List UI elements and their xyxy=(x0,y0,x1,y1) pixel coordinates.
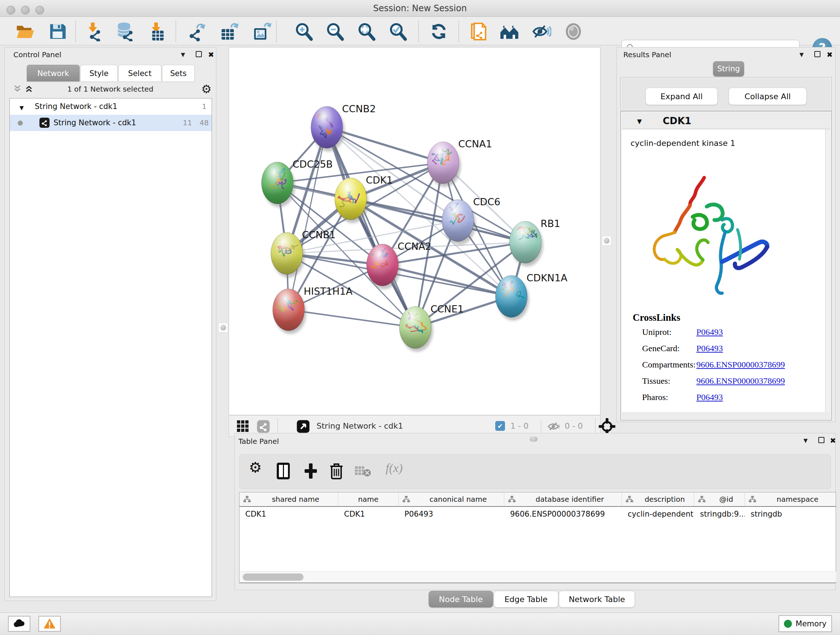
crosslink-uniprot-link[interactable]: P06493 xyxy=(696,327,723,337)
grid-view-icon[interactable] xyxy=(236,420,249,434)
node-label-hist1h1a: HIST1H1A xyxy=(304,286,353,297)
memory-button[interactable]: Memory xyxy=(778,615,832,632)
hide-glyphs-button[interactable] xyxy=(532,22,551,41)
crosslink-compartments-link[interactable]: 9606.ENSP00000378699 xyxy=(696,360,785,370)
network-node-ccnb2[interactable] xyxy=(311,106,345,152)
close-icon xyxy=(830,439,836,444)
tab-string[interactable]: String xyxy=(713,61,744,76)
network-collection-row[interactable]: String Network - cdk1 1 xyxy=(10,98,212,115)
import-network-file-button[interactable] xyxy=(84,22,103,41)
results-scrollbar[interactable] xyxy=(825,129,830,412)
bottom-splitter-handle[interactable] xyxy=(530,437,538,442)
eye-button[interactable] xyxy=(564,22,583,41)
crosslink-tissues-link[interactable]: 9606.ENSP00000378699 xyxy=(696,376,785,386)
gene-section-header[interactable]: CDK1 xyxy=(622,112,830,129)
column-header[interactable]: canonical name xyxy=(399,492,504,506)
import-table-button[interactable] xyxy=(147,22,166,41)
network-node-hist1h1a[interactable] xyxy=(273,289,306,334)
network-node-rb1[interactable] xyxy=(509,221,543,266)
results-panel-menu-button[interactable] xyxy=(799,50,804,59)
save-session-button[interactable] xyxy=(48,22,67,41)
network-selection-bar: 1 of 1 Network selected xyxy=(5,82,216,97)
refresh-layout-button[interactable] xyxy=(429,22,448,41)
table-row[interactable]: CDK1 CDK1 P06493 9606.ENSP00000378699 cy… xyxy=(240,507,836,522)
results-panel-float-button[interactable] xyxy=(814,50,821,59)
collection-collapse-icon[interactable] xyxy=(19,103,24,111)
network-node-ccne1[interactable] xyxy=(399,307,433,352)
table-panel-title: Table Panel xyxy=(238,437,279,446)
window-title: Session: New Session xyxy=(0,3,840,13)
warning-button[interactable] xyxy=(38,616,61,632)
homes-button[interactable] xyxy=(500,22,519,41)
column-header[interactable]: namespace xyxy=(745,492,836,506)
toolbar-separator xyxy=(175,21,176,42)
column-header[interactable]: shared name xyxy=(240,492,338,506)
birdseye-view-icon[interactable] xyxy=(296,420,310,434)
tab-node-table[interactable]: Node Table xyxy=(429,591,493,608)
tab-network[interactable]: Network xyxy=(27,65,80,81)
table-settings-gear-button[interactable] xyxy=(249,459,262,476)
selected-checkbox-icon[interactable] xyxy=(495,421,505,431)
delete-table-button-disabled xyxy=(355,466,371,478)
cell-database-identifier[interactable]: 9606.ENSP00000378699 xyxy=(504,507,622,522)
network-canvas[interactable]: CCNB2CCNA1CDC25BCDK1CDC6RB1CCNB1CCNA2CDK… xyxy=(229,47,600,415)
network-node-cdk1[interactable] xyxy=(335,178,368,223)
tab-edge-table[interactable]: Edge Table xyxy=(494,591,558,608)
cell-shared-name[interactable]: CDK1 xyxy=(240,507,338,522)
column-header[interactable]: name xyxy=(338,492,399,506)
control-panel-close-button[interactable] xyxy=(208,50,214,59)
results-panel-close-button[interactable] xyxy=(827,50,833,59)
network-node-ccna2[interactable] xyxy=(365,244,400,289)
add-column-button[interactable] xyxy=(303,462,318,481)
crosslink-pharos-link[interactable]: P06493 xyxy=(696,393,723,402)
column-header[interactable]: database identifier xyxy=(504,492,622,506)
network-node-cdc6[interactable] xyxy=(440,200,475,245)
cell-description[interactable]: cyclin-dependent ... xyxy=(622,507,694,522)
tab-select[interactable]: Select xyxy=(118,65,161,81)
table-panel-close-button[interactable] xyxy=(830,436,836,445)
control-panel-menu-button[interactable] xyxy=(181,50,185,59)
table-panel-float-button[interactable] xyxy=(818,436,824,445)
export-network-button[interactable] xyxy=(187,22,207,41)
control-panel-title: Control Panel xyxy=(13,50,62,59)
expand-all-button[interactable]: Expand All xyxy=(645,88,718,105)
cell-id[interactable]: stringdb:9... xyxy=(694,507,745,522)
delete-column-button[interactable] xyxy=(329,462,344,481)
right-splitter-handle[interactable] xyxy=(602,236,611,245)
cell-canonical-name[interactable]: P06493 xyxy=(399,507,504,522)
tab-sets[interactable]: Sets xyxy=(162,65,195,81)
section-collapse-icon[interactable] xyxy=(637,118,642,125)
import-network-database-button[interactable] xyxy=(115,22,134,41)
network-row[interactable]: String Network - cdk1 11 48 xyxy=(10,115,212,131)
zoom-selected-button[interactable] xyxy=(388,22,408,41)
network-node-ccnb1[interactable] xyxy=(271,233,305,278)
tab-style[interactable]: Style xyxy=(80,65,118,81)
string-document-button[interactable] xyxy=(469,22,488,41)
zoom-in-button[interactable] xyxy=(294,22,314,41)
crosslink-genecard-link[interactable]: P06493 xyxy=(696,344,723,353)
zoom-out-button[interactable] xyxy=(325,22,345,41)
open-session-button[interactable] xyxy=(15,22,35,41)
tab-network-table[interactable]: Network Table xyxy=(559,591,635,608)
left-splitter-handle[interactable] xyxy=(218,323,228,333)
collapse-all-button[interactable]: Collapse All xyxy=(729,88,807,105)
table-panel-menu-button[interactable] xyxy=(804,436,808,445)
column-header[interactable]: @id xyxy=(694,492,745,506)
network-node-count: 11 xyxy=(178,119,192,127)
export-image-button[interactable] xyxy=(253,22,272,41)
export-table-button[interactable] xyxy=(220,22,240,41)
network-options-gear-button[interactable] xyxy=(201,82,212,96)
control-panel-float-button[interactable] xyxy=(196,50,202,59)
network-node-cdkn1a[interactable] xyxy=(496,276,529,321)
network-share-view-icon[interactable] xyxy=(256,420,270,434)
cell-name[interactable]: CDK1 xyxy=(338,507,399,522)
cloud-button[interactable] xyxy=(8,616,30,632)
scrollbar-thumb[interactable] xyxy=(243,573,303,581)
results-panel: Results Panel String Expand All Collapse… xyxy=(616,47,836,422)
node-label-cdk1: CDK1 xyxy=(366,174,393,186)
table-horizontal-scrollbar[interactable] xyxy=(240,571,836,582)
zoom-fit-button[interactable] xyxy=(357,22,376,41)
cell-namespace[interactable]: stringdb xyxy=(745,507,836,522)
column-header[interactable]: description xyxy=(622,492,694,506)
show-columns-button[interactable] xyxy=(276,462,291,481)
